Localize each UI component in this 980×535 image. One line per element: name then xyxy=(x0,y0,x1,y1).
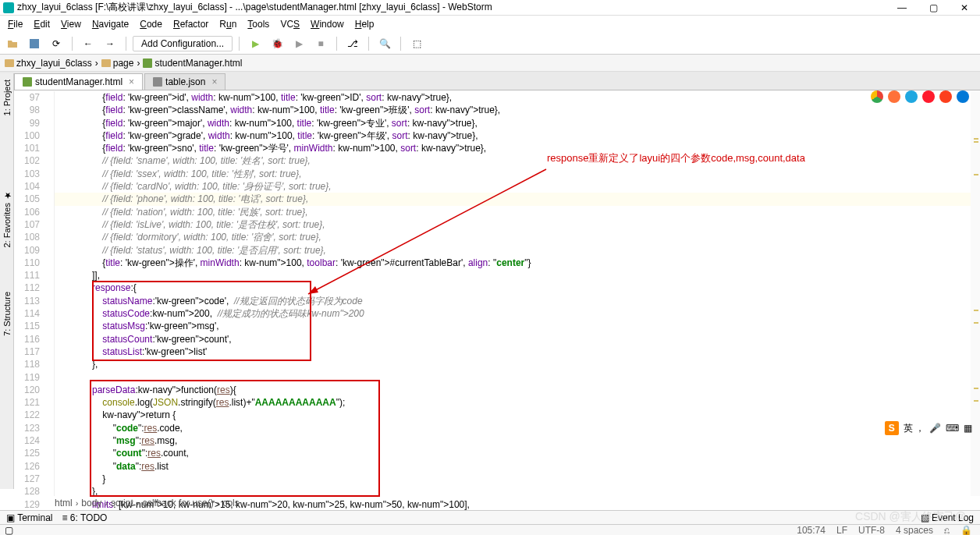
tab-label: studentManager.html xyxy=(35,76,123,87)
coverage-icon[interactable]: ▶ xyxy=(289,35,308,52)
edge-icon[interactable] xyxy=(957,90,969,103)
chevron-right-icon: › xyxy=(137,58,140,69)
maximize-button[interactable]: ▢ xyxy=(918,0,949,16)
yandex-icon[interactable] xyxy=(939,90,952,103)
encoding[interactable]: UTF-8 xyxy=(858,525,885,535)
stop-icon[interactable]: ■ xyxy=(311,35,330,52)
menu-tools[interactable]: Tools xyxy=(243,17,274,31)
menu-view[interactable]: View xyxy=(56,17,86,31)
browser-launchers xyxy=(871,90,969,103)
ime-keyboard-icon[interactable]: ⌨ xyxy=(946,423,959,434)
lock-icon[interactable]: 🔒 xyxy=(960,525,972,535)
menu-vcs[interactable]: VCS xyxy=(275,17,304,31)
debug-icon[interactable]: 🐞 xyxy=(268,35,286,52)
ime-grid-icon[interactable]: ▦ xyxy=(964,423,972,434)
search-icon[interactable]: 🔍 xyxy=(375,35,394,52)
tool-project[interactable]: 1: Project xyxy=(1,73,13,122)
crumb[interactable]: script xyxy=(111,498,133,508)
add-configuration-button[interactable]: Add Configuration... xyxy=(133,36,233,51)
minimize-button[interactable]: — xyxy=(886,0,918,16)
folder-icon xyxy=(101,59,111,67)
git-branch[interactable]: ⎌ xyxy=(944,525,950,535)
annotation-text: response重新定义了layui的四个参数code,msg,count,da… xyxy=(547,151,805,165)
left-tool-tabs: 1: Project 2: Favorites ★ 7: Structure xyxy=(0,73,14,489)
svg-rect-1 xyxy=(30,39,39,48)
open-icon[interactable] xyxy=(3,35,22,52)
menu-run[interactable]: Run xyxy=(215,17,241,31)
cursor-pos: 105:74 xyxy=(797,525,826,535)
firefox-icon[interactable] xyxy=(888,90,900,103)
sogou-icon[interactable]: S xyxy=(885,421,899,435)
nav-project[interactable]: zhxy_layui_6class xyxy=(5,58,92,69)
save-icon[interactable] xyxy=(25,35,44,52)
line-sep[interactable]: LF xyxy=(836,525,847,535)
html-icon xyxy=(23,77,32,87)
folder-icon xyxy=(5,59,14,67)
app-icon xyxy=(3,2,14,13)
safari-icon[interactable] xyxy=(905,90,918,103)
nav-folder[interactable]: page xyxy=(101,58,134,69)
menu-bar: File Edit View Navigate Code Refactor Ru… xyxy=(0,16,980,33)
right-error-stripe[interactable] xyxy=(971,91,980,496)
crumb[interactable]: cols xyxy=(222,498,239,508)
ime-widgets: S 英 ， 🎤 ⌨ ▦ xyxy=(885,421,972,435)
indent[interactable]: 4 spaces xyxy=(896,525,933,535)
bottom-status: ▢ 105:74 LF UTF-8 4 spaces ⎌ 🔒 xyxy=(0,524,980,535)
back-icon[interactable]: ← xyxy=(79,35,98,52)
toolbar: ⟳ ← → Add Configuration... ▶ 🐞 ▶ ■ ⎇ 🔍 ⬚ xyxy=(0,33,980,55)
ime-mic-icon[interactable]: 🎤 xyxy=(929,423,941,434)
menu-edit[interactable]: Edit xyxy=(29,17,55,31)
structure-icon[interactable]: ⬚ xyxy=(407,35,426,52)
nav-breadcrumb: zhxy_layui_6class › page › studentManage… xyxy=(0,55,980,72)
close-button[interactable]: ✕ xyxy=(949,0,980,16)
html-icon xyxy=(143,58,152,68)
run-icon[interactable]: ▶ xyxy=(246,35,265,52)
close-icon[interactable]: × xyxy=(129,76,134,87)
tool-favorites[interactable]: 2: Favorites ★ xyxy=(0,184,13,254)
forward-icon[interactable]: → xyxy=(101,35,119,52)
nav-file[interactable]: studentManager.html xyxy=(143,58,242,69)
code-area[interactable]: {field: 'kw-green">id', width: kw-num">1… xyxy=(55,91,980,496)
tool-terminal[interactable]: ▣ Terminal xyxy=(6,512,52,523)
tool-todo[interactable]: ≡ 6: TODO xyxy=(62,512,107,523)
ime-lang[interactable]: 英 ， xyxy=(904,422,925,435)
tab-studentmanager[interactable]: studentManager.html× xyxy=(14,73,143,90)
crumb[interactable]: callback for use() xyxy=(142,498,213,508)
tab-tablejson[interactable]: table.json× xyxy=(144,73,225,90)
crumb[interactable]: body xyxy=(81,498,101,508)
menu-refactor[interactable]: Refactor xyxy=(169,17,213,31)
refresh-icon[interactable]: ⟳ xyxy=(47,35,66,52)
json-icon xyxy=(153,77,162,87)
status-bar: ▣ Terminal ≡ 6: TODO ▧ Event Log xyxy=(0,510,980,524)
opera-icon[interactable] xyxy=(922,90,935,103)
tab-label: table.json xyxy=(165,76,205,87)
watermark: CSDN @害人终害己@ xyxy=(855,510,966,524)
menu-file[interactable]: File xyxy=(3,17,27,31)
menu-window[interactable]: Window xyxy=(306,17,349,31)
menu-code[interactable]: Code xyxy=(135,17,167,31)
window-title: zhxy_layui_6class [F:\高校讲课\zhxy_layui_6c… xyxy=(17,1,492,14)
chrome-icon[interactable] xyxy=(871,90,883,103)
editor[interactable]: 9798991001011021031041051061071081091101… xyxy=(14,91,980,496)
close-icon[interactable]: × xyxy=(211,76,217,87)
crumb[interactable]: html xyxy=(55,498,73,508)
title-bar: zhxy_layui_6class [F:\高校讲课\zhxy_layui_6c… xyxy=(0,0,980,16)
code-breadcrumb: html › body › script › callback for use(… xyxy=(14,496,240,510)
line-gutter: 9798991001011021031041051061071081091101… xyxy=(14,91,55,496)
menu-help[interactable]: Help xyxy=(350,17,379,31)
tool-structure[interactable]: 7: Structure xyxy=(1,285,13,342)
menu-navigate[interactable]: Navigate xyxy=(87,17,133,31)
editor-tabs: studentManager.html× table.json× xyxy=(0,72,980,90)
chevron-right-icon: › xyxy=(95,58,98,69)
svg-rect-0 xyxy=(3,2,14,13)
git-icon[interactable]: ⎇ xyxy=(343,35,362,52)
